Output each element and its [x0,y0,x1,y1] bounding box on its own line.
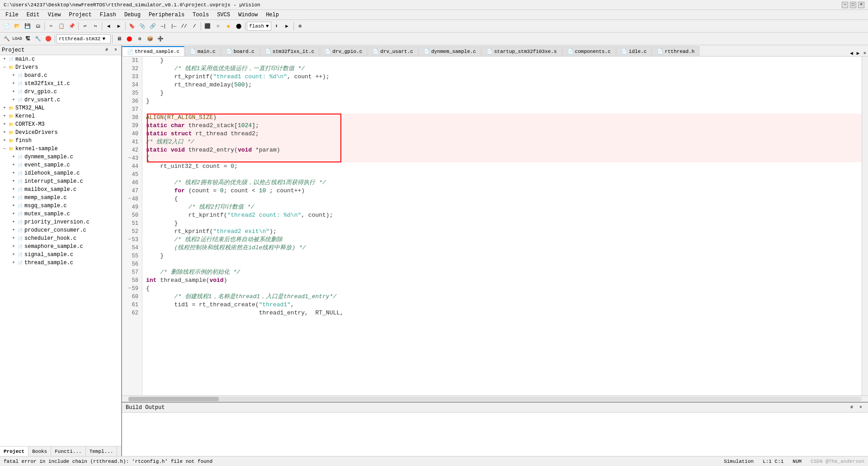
nav-back-button[interactable]: ◀ [104,21,113,31]
fold-53[interactable]: − [128,236,131,244]
project-close-button[interactable]: × [112,47,119,54]
left-tab-books[interactable]: Books [28,447,51,456]
left-tab-templ[interactable]: Templ... [86,447,118,456]
save-all-button[interactable]: 🗂 [33,21,43,31]
expand-schedhook[interactable]: + [11,236,16,241]
menu-file[interactable]: File [2,11,22,19]
start-debug-button[interactable]: ▶ [282,21,292,31]
tree-item-kernel[interactable]: + 📁 Kernel [0,112,121,120]
menu-tools[interactable]: Tools [189,11,212,19]
expand-cortex[interactable]: + [2,122,7,127]
tabs-close-all[interactable]: × [861,51,868,56]
tree-item-mailbox[interactable]: + 📄 mailbox_sample.c [0,185,121,194]
tab-rtthread-h[interactable]: 📄 rtthread.h [652,46,699,56]
tree-item-schedhook[interactable]: + 📄 scheduler_hook.c [0,234,121,243]
expand-idlehook[interactable]: + [11,171,16,176]
expand-dynmem[interactable]: + [11,154,16,160]
build-btn3[interactable]: 🔧 [33,34,43,44]
build-target-btn[interactable]: 🔨 [2,34,12,44]
tab-startup[interactable]: 📄 startup_stm32f103xe.s [481,46,562,56]
tab-board[interactable]: 📄 board.c [221,46,259,56]
menu-edit[interactable]: Edit [23,11,43,19]
tree-item-dynmem[interactable]: + 📄 dynmem_sample.c [0,153,121,161]
tabs-nav-right[interactable]: ▶ [855,50,862,56]
code-editor[interactable]: 31 32 33 34 35 36 37 38 39 40 41 42 −43 [122,57,868,395]
redo-button[interactable]: ↪ [90,21,100,31]
tree-item-cortex[interactable]: + 📁 CORTEX-M3 [0,120,121,128]
tab-components[interactable]: 📄 components.c [562,46,616,56]
save-button[interactable]: 💾 [23,21,33,31]
expand-drvgpio[interactable]: + [11,89,16,95]
tree-item-stm32f1[interactable]: + 📄 stm32f1xx_it.c [0,80,121,88]
tabs-nav-left[interactable]: ◀ [848,50,855,56]
project-pin-button[interactable]: # [103,47,110,54]
expand-stm32hal[interactable]: + [2,105,7,111]
tree-item-mutex[interactable]: + 📄 mutex_sample.c [0,210,121,218]
menu-debug[interactable]: Debug [121,11,144,19]
expand-board[interactable]: + [11,73,16,78]
expand-devdrivers[interactable]: + [2,130,7,135]
tab-idle[interactable]: 📄 idle.c [616,46,652,56]
menu-project[interactable]: Project [65,11,95,19]
bookmark2-button[interactable]: 📎 [137,21,147,31]
tree-item-memp[interactable]: + 📄 memp_sample.c [0,194,121,202]
tab-stm32f1xx[interactable]: 📄 stm32f1xx_it.c [260,46,319,56]
tree-item-main[interactable]: + 📄 main.c [0,55,121,63]
build-output-close[interactable]: × [857,404,864,411]
config-btn[interactable]: ⚙ [135,34,145,44]
tree-item-kernelsample[interactable]: − 📁 kernel-sample [0,145,121,153]
fold-48[interactable]: − [128,195,131,203]
expand-mailbox[interactable]: + [11,187,16,192]
uncomment-button[interactable]: / [189,21,199,31]
flash-dropdown[interactable]: flash ▼ [247,22,271,31]
minimize-button[interactable]: − [842,2,848,8]
maximize-button[interactable]: □ [850,2,856,8]
left-tab-functi[interactable]: Functi... [51,447,85,456]
unindent-button[interactable]: |← [169,21,179,31]
menu-window[interactable]: Window [235,11,261,19]
scrollbar-thumb[interactable] [128,397,219,401]
tree-item-priorityinv[interactable]: + 📄 priority_inversion.c [0,218,121,226]
build-btn4[interactable]: 🛑 [43,34,53,44]
run-button[interactable]: ⬛ [203,21,212,31]
cut-button[interactable]: ✂ [46,21,56,31]
close-button[interactable]: × [858,2,864,8]
tree-item-drvgpio[interactable]: + 📄 drv_gpio.c [0,88,121,96]
expand-msgq[interactable]: + [11,203,16,209]
expand-drivers[interactable]: − [2,65,7,70]
tab-drv-usart[interactable]: 📄 drv_usart.c [368,46,418,56]
run4-button[interactable]: ⬤ [234,21,244,31]
menu-svcs[interactable]: SVCS [213,11,234,19]
nav-fwd-button[interactable]: ▶ [114,21,124,31]
expand-memp[interactable]: + [11,195,16,200]
tree-item-event[interactable]: + 📄 event_sample.c [0,161,121,169]
vertical-scrollbar[interactable] [862,57,868,395]
cpu-btn[interactable]: 🖥 [114,34,124,44]
menu-flash[interactable]: Flash [96,11,120,19]
tab-thread-sample[interactable]: 📄 thread_sample.c [122,46,184,56]
tab-drv-gpio[interactable]: 📄 drv_gpio.c [320,46,367,56]
tree-item-stm32hal[interactable]: + 📁 STM32_HAL [0,104,121,112]
download-button[interactable]: ⬇ [272,21,282,31]
expand-drvusart[interactable]: + [11,97,16,103]
tree-item-msgq[interactable]: + 📄 msgq_sample.c [0,202,121,210]
tree-item-idlehook[interactable]: + 📄 idlehook_sample.c [0,169,121,177]
pack-btn[interactable]: 📦 [145,34,155,44]
bookmark3-button[interactable]: 🔗 [148,21,158,31]
run3-button[interactable]: ◉ [223,21,233,31]
bookmark-button[interactable]: 🔖 [127,21,137,31]
expand-kernelsample[interactable]: − [2,146,7,152]
tab-main[interactable]: 📄 main.c [185,46,221,56]
flash-btn[interactable]: ⬤ [124,34,134,44]
expand-semaphore[interactable]: + [11,244,16,249]
build-btn2[interactable]: 🏗 [23,34,33,44]
comment-button[interactable]: // [179,21,189,31]
expand-stm32f1[interactable]: + [11,81,16,86]
expand-mutex[interactable]: + [11,211,16,217]
expand-finsh[interactable]: + [2,138,7,143]
indent-button[interactable]: →| [158,21,168,31]
expand-main[interactable]: + [2,57,7,62]
tree-item-prodcons[interactable]: + 📄 producer_consumer.c [0,226,121,234]
copy-button[interactable]: 📋 [57,21,66,31]
expand-thread[interactable]: + [11,260,16,266]
